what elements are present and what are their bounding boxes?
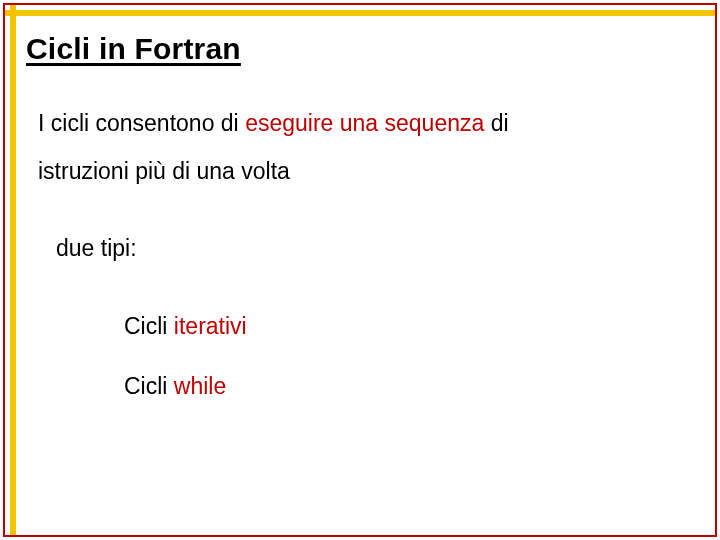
body-line-1a: I cicli consentono di (38, 110, 245, 136)
body-item-1b-accent: iterativi (174, 313, 247, 339)
body-line-1: I cicli consentono di eseguire una seque… (38, 102, 696, 146)
slide-frame: Cicli in Fortran I cicli consentono di e… (0, 0, 720, 540)
body-item-2a: Cicli (124, 373, 174, 399)
body-line-1b-accent: eseguire una sequenza (245, 110, 484, 136)
body-item-2: Cicli while (124, 365, 696, 409)
body-line-1c: di (484, 110, 508, 136)
body-item-1: Cicli iterativi (124, 305, 696, 349)
slide-title: Cicli in Fortran (26, 32, 696, 66)
body-item-2b-accent: while (174, 373, 226, 399)
body-line-2: istruzioni più di una volta (38, 150, 696, 194)
stripe-yellow-horizontal (5, 10, 715, 16)
slide-content: Cicli in Fortran I cicli consentono di e… (26, 26, 696, 408)
body-item-1a: Cicli (124, 313, 174, 339)
stripe-yellow-vertical (10, 5, 16, 535)
slide-body: I cicli consentono di eseguire una seque… (26, 102, 696, 408)
body-line-3: due tipi: (56, 227, 696, 271)
